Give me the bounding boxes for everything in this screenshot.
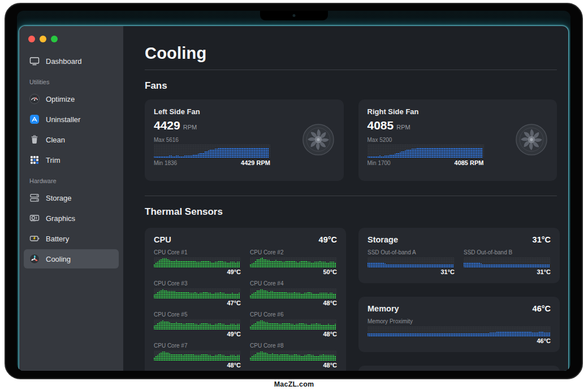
sensor-history-chart [154,319,241,330]
battery-icon [29,233,40,244]
sensor-chart-label: CPU Core #3 [154,280,241,287]
zoom-button[interactable] [51,36,58,42]
fan-history-chart [154,144,270,158]
sidebar-item-label: Trim [46,156,60,164]
fan-rpm-value: 4429 [154,119,180,132]
divider [145,70,557,70]
sensor-chart: CPU Core #748°C [154,343,241,369]
sensor-chart-temperature: 31°C [368,268,455,275]
sensor-history-chart [464,257,551,267]
sidebar-item-trim[interactable]: Trim [24,150,119,170]
sensor-chart-label: SSD Out-of-band A [368,249,455,255]
sidebar-section-label: Utilities [19,72,123,88]
sensor-history-chart [368,257,455,267]
sensor-chart-label: CPU Core #7 [154,343,241,349]
sidebar-item-label: Battery [46,235,69,243]
sensor-chart: Memory Proximity46°C [368,318,551,344]
fan-card: Left Side Fan4429RPMMax 5616Min 18364429… [145,99,344,181]
fan-name: Right Side Fan [368,107,548,116]
fan-min-label: Min 1700 [368,160,391,166]
sensor-chart: CPU Core #448°C [250,280,337,306]
sensor-chart-grid: CPU Core #149°CCPU Core #250°CCPU Core #… [154,249,337,369]
sensor-chart: CPU Core #347°C [154,280,241,306]
sensor-name: CPU [154,235,171,244]
camera-icon [292,14,295,17]
fan-icon [515,123,548,156]
fan-card: Right Side Fan4085RPMMax 5200Min 1700408… [358,99,557,181]
fan-chart-footer: Min 17004085 RPM [368,159,484,166]
sidebar-item-uninstaller[interactable]: Uninstaller [24,110,119,129]
sensor-chart-temperature: 48°C [250,331,337,337]
thermal-sensors-heading: Thermal Sensors [145,206,557,218]
sensor-chart: CPU Core #149°C [154,249,241,275]
sensor-chart-temperature: 47°C [154,300,241,306]
sidebar-section-label: Hardware [19,171,123,187]
fan-chart-footer: Min 18364429 RPM [154,159,270,166]
sidebar: DashboardUtilitiesOptimizeUninstallerCle… [19,26,123,371]
sidebar-item-label: Storage [46,194,72,202]
main-content: Cooling Fans Left Side Fan4429RPMMax 561… [123,26,568,371]
laptop-frame: DashboardUtilitiesOptimizeUninstallerCle… [5,3,583,379]
sensor-history-chart [154,350,241,361]
sensor-card-palm-rest: Palm Rest34°C [358,366,560,371]
sensor-chart-label: CPU Core #5 [154,311,241,318]
sensor-card-header: CPU49°C [154,235,337,244]
sidebar-item-dashboard[interactable]: Dashboard [24,51,119,71]
appstore-icon [29,114,40,125]
fan-rpm-unit: RPM [183,124,197,131]
sensor-history-chart [250,350,337,361]
sensor-name: Memory [368,304,399,313]
sensor-chart-label: Memory Proximity [368,318,551,324]
sensor-temperature: 31°C [533,235,551,244]
fan-rpm-unit: RPM [396,124,410,131]
divider [145,196,557,196]
sensor-chart: SSD Out-of-band A31°C [368,249,455,275]
sidebar-item-label: Graphics [46,214,75,223]
sensor-chart-label: SSD Out-of-band B [464,249,551,255]
sensor-history-chart [368,326,551,336]
close-button[interactable] [28,36,35,42]
sensor-chart: CPU Core #848°C [250,343,337,369]
sensor-chart-label: CPU Core #2 [250,249,337,255]
thermal-sensors-section: CPU49°CCPU Core #149°CCPU Core #250°CCPU… [145,228,557,371]
sensor-history-chart [154,288,241,298]
sensor-chart-temperature: 50°C [250,268,337,275]
fans-section: Left Side Fan4429RPMMax 5616Min 18364429… [145,99,557,181]
sidebar-item-battery[interactable]: Battery [24,229,119,248]
sensor-chart-temperature: 31°C [464,268,551,275]
window-controls [19,26,123,42]
sidebar-item-label: Uninstaller [46,115,80,124]
sensor-history-chart [250,257,337,267]
sensor-card-memory: Memory46°CMemory Proximity46°C [358,297,560,352]
storage-drive-icon [29,192,40,203]
sensor-card-cpu: CPU49°CCPU Core #149°CCPU Core #250°CCPU… [145,228,346,371]
sidebar-item-label: Dashboard [46,57,82,66]
sensor-chart-temperature: 48°C [250,300,337,306]
sensor-chart-temperature: 49°C [154,268,241,275]
watermark: MacZL.com [0,380,588,388]
gpu-icon [29,213,40,224]
sidebar-item-clean[interactable]: Clean [24,130,119,149]
sensor-history-chart [250,319,337,330]
fan-name: Left Side Fan [154,107,335,116]
sensor-chart: CPU Core #648°C [250,311,337,337]
sidebar-item-storage[interactable]: Storage [24,188,119,207]
sensor-chart-label: CPU Core #6 [250,311,337,318]
minimize-button[interactable] [40,36,46,42]
sidebar-item-optimize[interactable]: Optimize [24,89,119,109]
sidebar-item-graphics[interactable]: Graphics [24,209,119,228]
sensor-column-left: CPU49°CCPU Core #149°CCPU Core #250°CCPU… [145,228,346,371]
trash-icon [29,134,40,145]
sidebar-item-label: Optimize [46,95,75,103]
sensor-chart-temperature: 49°C [154,331,241,337]
sidebar-item-cooling[interactable]: Cooling [24,249,119,268]
speedometer-icon [29,93,40,105]
fan-icon [302,123,335,156]
sensor-chart: SSD Out-of-band B31°C [464,249,551,275]
sensor-chart-temperature: 48°C [154,362,241,369]
screen: DashboardUtilitiesOptimizeUninstallerCle… [17,11,570,371]
fan-current-label: 4085 RPM [455,159,484,166]
sensor-chart-grid: Memory Proximity46°C [368,318,551,344]
sidebar-item-label: Clean [46,136,65,144]
sensor-card-storage: Storage31°CSSD Out-of-band A31°CSSD Out-… [358,228,560,283]
